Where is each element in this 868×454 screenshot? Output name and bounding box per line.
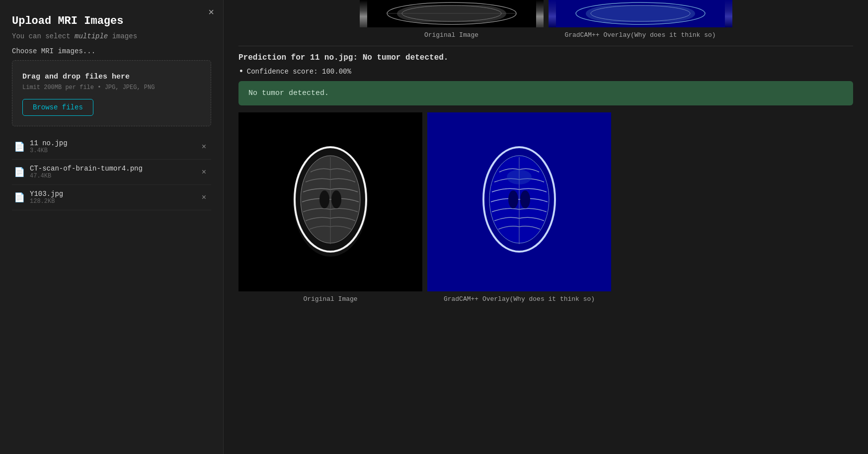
- drop-zone-title: Drag and drop files here: [22, 73, 201, 81]
- list-item: 📄 CT-scan-of-brain-tumor4.png 47.4KB ×: [12, 160, 211, 185]
- bottom-original-caption: Original Image: [303, 295, 357, 303]
- file-name: CT-scan-of-brain-tumor4.png: [30, 165, 199, 173]
- right-panel: Original Image GradCAM++ Overlay(Why doe…: [224, 0, 868, 454]
- list-item: 📄 11 no.jpg 3.4KB ×: [12, 134, 211, 160]
- top-gradcam-caption: GradCAM++ Overlay(Why does it think so): [564, 31, 715, 39]
- drop-zone-hint: Limit 200MB per file • JPG, JPEG, PNG: [22, 84, 201, 91]
- file-name: 11 no.jpg: [30, 139, 199, 147]
- confidence-label: Confidence score: 100.00%: [247, 68, 351, 76]
- bottom-images: Original Image: [224, 112, 868, 303]
- section-divider: [238, 46, 853, 46]
- original-image-block-top: Original Image: [360, 0, 544, 39]
- file-size: 47.4KB: [30, 173, 199, 180]
- prediction-text: Prediction for 11 no.jpg: No tumor detec…: [238, 53, 853, 62]
- gradcam-image-block-bottom: GradCAM++ Overlay(Why does it think so): [427, 112, 611, 303]
- original-image-block-bottom: Original Image: [238, 112, 422, 303]
- browse-files-button[interactable]: Browse files: [22, 99, 93, 116]
- svg-rect-8: [586, 5, 695, 22]
- remove-file-button[interactable]: ×: [199, 192, 209, 203]
- bottom-gradcam-caption: GradCAM++ Overlay(Why does it think so): [444, 295, 595, 303]
- original-brain-image: [238, 112, 422, 291]
- file-size: 128.2KB: [30, 198, 199, 205]
- file-size: 3.4KB: [30, 147, 199, 154]
- file-icon: 📄: [14, 192, 25, 203]
- gradcam-brain-image: [427, 112, 611, 291]
- file-icon: 📄: [14, 167, 25, 178]
- top-image-row: Original Image GradCAM++ Overlay(Why doe…: [224, 0, 868, 39]
- svg-point-20: [508, 190, 518, 208]
- panel-title: Upload MRI Images: [12, 15, 211, 27]
- left-panel: × Upload MRI Images You can select multi…: [0, 0, 224, 454]
- svg-point-23: [507, 170, 532, 184]
- remove-file-button[interactable]: ×: [199, 167, 209, 178]
- prediction-section: Prediction for 11 no.jpg: No tumor detec…: [224, 53, 868, 105]
- close-button[interactable]: ×: [208, 7, 214, 17]
- file-list: 📄 11 no.jpg 3.4KB × 📄 CT-scan-of-brain-t…: [12, 134, 211, 210]
- bullet-icon: •: [238, 67, 244, 76]
- svg-point-13: [319, 190, 329, 208]
- list-item: 📄 Y103.jpg 128.2KB ×: [12, 185, 211, 210]
- result-box: No tumor detected.: [238, 81, 853, 105]
- gradcam-image-top: [549, 0, 732, 27]
- gradcam-image-block-top: GradCAM++ Overlay(Why does it think so): [549, 0, 732, 39]
- file-icon: 📄: [14, 141, 25, 152]
- choose-label: Choose MRI images...: [12, 47, 211, 55]
- file-info: 11 no.jpg 3.4KB: [30, 139, 199, 154]
- confidence-item: • Confidence score: 100.00%: [238, 67, 853, 76]
- svg-rect-4: [397, 5, 506, 22]
- top-original-caption: Original Image: [424, 31, 478, 39]
- original-image-top: [360, 0, 544, 27]
- file-info: CT-scan-of-brain-tumor4.png 47.4KB: [30, 165, 199, 180]
- panel-subtitle: You can select multiple images: [12, 32, 211, 40]
- svg-point-14: [331, 190, 341, 208]
- file-name: Y103.jpg: [30, 190, 199, 198]
- bottom-image-row: Original Image: [238, 112, 853, 303]
- file-info: Y103.jpg 128.2KB: [30, 190, 199, 205]
- svg-point-21: [520, 190, 530, 208]
- remove-file-button[interactable]: ×: [199, 141, 209, 152]
- drop-zone[interactable]: Drag and drop files here Limit 200MB per…: [12, 60, 211, 126]
